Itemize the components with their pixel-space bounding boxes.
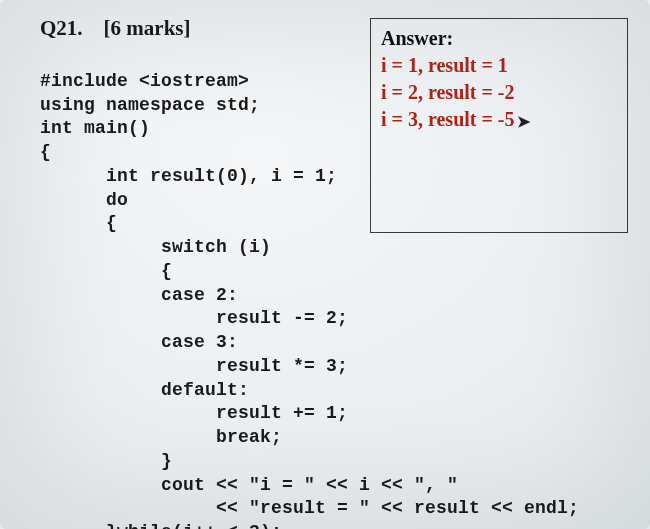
- code-line: << "result = " << result << endl;: [40, 498, 579, 518]
- answer-box: Answer: i = 1, result = 1 i = 2, result …: [370, 18, 628, 233]
- code-line: result *= 3;: [40, 356, 348, 376]
- code-line: using namespace std;: [40, 95, 260, 115]
- question-header: Q21. [6 marks]: [40, 16, 191, 41]
- answer-line-2: i = 2, result = -2: [381, 79, 617, 106]
- cursor-icon: ➤: [517, 111, 530, 133]
- code-line: {: [40, 142, 51, 162]
- answer-line-3: i = 3, result = -5➤: [381, 106, 617, 133]
- code-line: case 2:: [40, 285, 238, 305]
- code-line: do: [40, 190, 128, 210]
- code-line: }: [40, 451, 172, 471]
- question-marks: [6 marks]: [104, 16, 191, 40]
- code-line: {: [40, 213, 117, 233]
- code-line: case 3:: [40, 332, 238, 352]
- answer-line-1: i = 1, result = 1: [381, 52, 617, 79]
- code-line: cout << "i = " << i << ", ": [40, 475, 458, 495]
- code-line: default:: [40, 380, 249, 400]
- code-line: {: [40, 261, 172, 281]
- answer-title: Answer:: [381, 25, 617, 52]
- code-line: result -= 2;: [40, 308, 348, 328]
- code-line: int result(0), i = 1;: [40, 166, 337, 186]
- code-line: #include <iostream>: [40, 71, 249, 91]
- code-line: int main(): [40, 118, 150, 138]
- code-line: break;: [40, 427, 282, 447]
- code-line: switch (i): [40, 237, 271, 257]
- question-number: Q21.: [40, 16, 83, 40]
- code-line: result += 1;: [40, 403, 348, 423]
- code-line: }while(i++ < 3);: [40, 522, 282, 529]
